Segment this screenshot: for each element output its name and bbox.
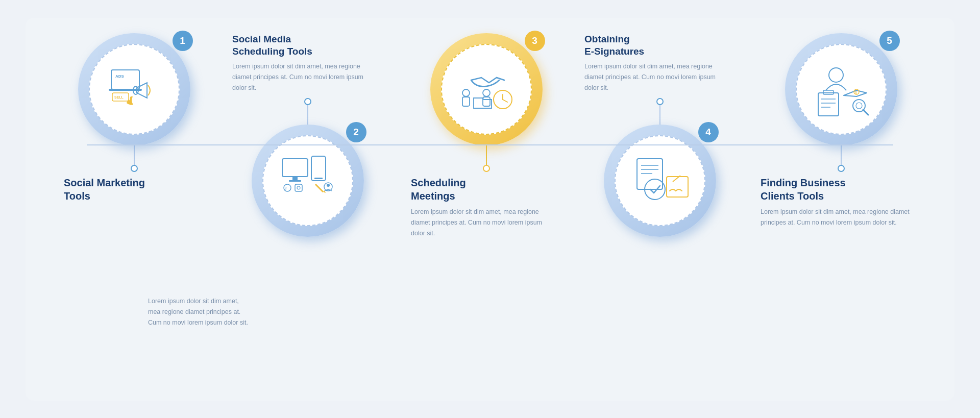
svg-text:SELL: SELL bbox=[114, 95, 124, 99]
text-1: Social Marketing Tools bbox=[64, 176, 197, 203]
badge-5: 5 bbox=[879, 31, 900, 51]
node-3: 3 Scheduling Meetings Lorem ipsum dolor … bbox=[411, 33, 554, 239]
svg-rect-9 bbox=[311, 156, 326, 181]
infographic: ADS SELL bbox=[26, 18, 954, 401]
dot-3 bbox=[483, 165, 490, 172]
svg-rect-15 bbox=[295, 184, 302, 191]
title-3: Scheduling Meetings bbox=[411, 176, 554, 203]
svg-rect-7 bbox=[292, 177, 298, 181]
dot-4 bbox=[656, 98, 664, 105]
vline-1 bbox=[134, 145, 135, 165]
circle-1: ADS SELL bbox=[78, 33, 190, 145]
title-4: Obtaining E-Signatures bbox=[584, 33, 727, 58]
body-3: Lorem ipsum dolor sit dim amet, mea regi… bbox=[411, 207, 554, 239]
svg-text:f: f bbox=[285, 186, 287, 191]
icon-3 bbox=[453, 60, 520, 118]
text-5: Finding Business Clients Tools Lorem ips… bbox=[761, 176, 914, 229]
node-2: Social Media Scheduling Tools Lorem ipsu… bbox=[232, 33, 375, 237]
body-5: Lorem ipsum dolor sit dim amet, mea regi… bbox=[761, 207, 914, 229]
svg-text:ADS: ADS bbox=[115, 74, 125, 79]
top-text-2: Social Media Scheduling Tools Lorem ipsu… bbox=[232, 33, 375, 94]
circle-3: 3 bbox=[430, 33, 543, 145]
svg-text:$: $ bbox=[855, 91, 857, 94]
circle-2: f 2 bbox=[252, 125, 364, 237]
body-top-4: Lorem ipsum dolor sit dim amet, mea regi… bbox=[584, 61, 727, 94]
svg-point-19 bbox=[462, 89, 470, 96]
timeline-line bbox=[87, 144, 893, 145]
body-1: Lorem ipsum dolor sit dim amet, mea regi… bbox=[148, 296, 250, 329]
badge-4: 4 bbox=[698, 122, 719, 142]
icon-2: f bbox=[275, 151, 341, 210]
text-3: Scheduling Meetings Lorem ipsum dolor si… bbox=[411, 176, 554, 239]
node-1: ADS SELL bbox=[64, 33, 197, 207]
icon-4 bbox=[627, 151, 693, 210]
vline-5 bbox=[841, 145, 842, 165]
dot-1 bbox=[131, 165, 138, 172]
svg-point-16 bbox=[297, 186, 300, 189]
svg-rect-26 bbox=[637, 159, 663, 189]
svg-point-33 bbox=[829, 68, 843, 82]
body-text-1: Lorem ipsum dolor sit dim amet, mea regi… bbox=[148, 296, 250, 329]
svg-line-42 bbox=[863, 110, 868, 115]
icon-1: ADS SELL bbox=[101, 60, 167, 118]
svg-line-25 bbox=[503, 100, 507, 102]
vline-2 bbox=[307, 105, 308, 125]
body-top-2: Lorem ipsum dolor sit dim amet, mea regi… bbox=[232, 61, 375, 94]
icon-5: $ bbox=[808, 60, 874, 118]
title-5: Finding Business Clients Tools bbox=[761, 176, 914, 203]
svg-rect-20 bbox=[462, 97, 470, 106]
circle-5: $ 5 bbox=[785, 33, 897, 145]
svg-rect-36 bbox=[818, 93, 839, 116]
dot-2 bbox=[304, 98, 311, 105]
title-1: Social Marketing Tools bbox=[64, 176, 197, 203]
vline-3 bbox=[486, 145, 487, 165]
badge-1: 1 bbox=[173, 31, 193, 51]
dot-5 bbox=[838, 165, 845, 172]
svg-rect-6 bbox=[282, 159, 308, 177]
svg-rect-10 bbox=[314, 178, 323, 179]
badge-2: 2 bbox=[346, 122, 366, 142]
svg-rect-22 bbox=[483, 97, 490, 106]
title-2: Social Media Scheduling Tools bbox=[232, 33, 375, 58]
vline-4 bbox=[659, 105, 660, 125]
svg-point-43 bbox=[856, 103, 862, 109]
badge-3: 3 bbox=[525, 31, 545, 51]
circle-4: 4 bbox=[604, 125, 716, 237]
svg-line-11 bbox=[315, 184, 323, 192]
svg-rect-8 bbox=[289, 180, 301, 182]
svg-point-21 bbox=[483, 89, 490, 96]
node-5: $ 5 bbox=[761, 33, 914, 229]
top-text-4: Obtaining E-Signatures Lorem ipsum dolor… bbox=[584, 33, 727, 94]
svg-rect-31 bbox=[667, 177, 688, 197]
svg-point-18 bbox=[327, 184, 330, 187]
node-4: Obtaining E-Signatures Lorem ipsum dolor… bbox=[584, 33, 727, 237]
